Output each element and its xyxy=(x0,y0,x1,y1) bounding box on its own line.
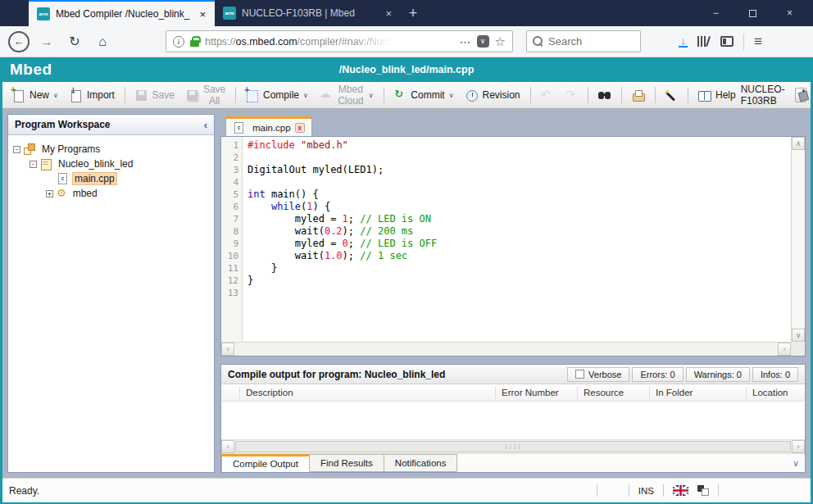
scroll-left-icon[interactable]: ‹ xyxy=(221,343,234,356)
editor-vertical-scrollbar[interactable]: ∧ ∨ xyxy=(791,137,805,342)
commit-icon xyxy=(393,89,406,102)
collapse-node-icon[interactable]: - xyxy=(13,146,20,153)
code-token: // 1 sec xyxy=(360,250,407,261)
save-all-button[interactable]: Save All xyxy=(181,81,230,109)
line-number: 1 xyxy=(221,139,238,152)
output-controls: Verbose Errors: 0Warnings: 0Infos: 0 xyxy=(567,367,798,382)
verbose-toggle[interactable]: Verbose xyxy=(567,367,629,382)
save-button[interactable]: Save xyxy=(130,87,179,104)
close-tab-icon[interactable]: x xyxy=(295,123,305,133)
board-icon[interactable] xyxy=(795,88,806,102)
platform-selector[interactable]: NUCLEO-F103RB xyxy=(741,84,806,107)
editor-tab-main-cpp[interactable]: main.cpp x xyxy=(225,116,312,136)
line-number: 8 xyxy=(221,225,238,238)
new-tab-button[interactable]: + xyxy=(401,0,425,26)
back-button[interactable]: ← xyxy=(7,30,31,54)
revision-button[interactable]: Revision xyxy=(461,87,525,104)
page-info-icon[interactable]: i xyxy=(173,36,184,48)
print-button[interactable] xyxy=(627,87,650,104)
scroll-right-icon[interactable]: › xyxy=(792,440,805,453)
main-area: Program Workspace ‹ -My Programs-Nucleo_… xyxy=(2,109,811,478)
column-header-error-number: Error Number xyxy=(495,387,577,399)
minimize-icon[interactable]: − xyxy=(697,0,734,26)
bookmark-star-icon[interactable]: ☆ xyxy=(495,34,506,49)
warnings-counter[interactable]: Warnings: 0 xyxy=(686,367,750,382)
tab-notifications[interactable]: Notifications xyxy=(384,454,458,472)
import-button[interactable]: Import xyxy=(65,87,120,104)
scroll-right-icon[interactable]: › xyxy=(778,343,791,356)
browser-tab-title: Mbed Compiler /Nucleo_blink_ xyxy=(56,8,191,20)
page-actions-icon[interactable]: ⋯ xyxy=(460,35,471,48)
panel-overflow-chevron-icon[interactable]: ∨ xyxy=(793,458,799,469)
infos-counter[interactable]: Infos: 0 xyxy=(752,367,798,382)
line-number: 9 xyxy=(221,238,238,250)
scroll-left-icon[interactable]: ‹ xyxy=(221,440,234,453)
help-button[interactable]: Help xyxy=(693,87,741,104)
editor-horizontal-scrollbar[interactable]: ‹ › xyxy=(221,342,791,356)
search-box[interactable] xyxy=(526,30,641,52)
tree-item-label: Nucleo_blink_led xyxy=(56,157,135,170)
code-area[interactable]: 12345678910111213 #include "mbed.h" Digi… xyxy=(221,137,791,342)
collapse-panel-icon[interactable]: ‹ xyxy=(204,119,207,131)
output-horizontal-scrollbar[interactable]: ‹ › xyxy=(221,439,805,453)
redo-button[interactable] xyxy=(560,87,583,104)
tree-item-nucleo-blink-led[interactable]: -Nucleo_blink_led xyxy=(8,157,214,171)
tab-compile-output[interactable]: Compile Output xyxy=(221,454,310,472)
code-line: myled = 0; // LED is OFF xyxy=(248,238,791,250)
undo-icon xyxy=(540,89,553,102)
pocket-icon[interactable]: ∨ xyxy=(477,35,489,48)
menu-icon[interactable]: ≡ xyxy=(754,34,762,50)
tree-item-mbed[interactable]: +⚙mbed xyxy=(8,186,214,201)
undo-button[interactable] xyxy=(535,87,558,104)
reload-button[interactable]: ↻ xyxy=(62,30,87,54)
tree-item-label: My Programs xyxy=(39,143,102,156)
tab-find-results[interactable]: Find Results xyxy=(310,454,384,472)
editor-output-splitter[interactable] xyxy=(220,356,806,364)
maximize-icon[interactable] xyxy=(734,0,771,26)
tree-item-my-programs[interactable]: -My Programs xyxy=(8,142,214,157)
errors-counter[interactable]: Errors: 0 xyxy=(632,367,683,382)
sidebar-toggle-icon[interactable] xyxy=(720,36,734,47)
scroll-down-icon[interactable]: ∨ xyxy=(792,329,805,342)
toolbar-button-label: Compile xyxy=(263,89,299,101)
output-tabs: Compile OutputFind ResultsNotifications∨ xyxy=(221,453,805,472)
saveall-icon xyxy=(186,89,199,102)
code-text[interactable]: #include "mbed.h" DigitalOut myled(LED1)… xyxy=(243,137,791,342)
code-line: } xyxy=(248,262,791,275)
revision-icon xyxy=(466,89,479,102)
scroll-up-icon[interactable]: ∧ xyxy=(792,137,805,150)
expand-node-icon[interactable]: + xyxy=(46,190,53,198)
browser-tab-active[interactable]: arm Mbed Compiler /Nucleo_blink_ × xyxy=(29,0,215,26)
browser-tab-inactive[interactable]: arm NUCLEO-F103RB | Mbed × xyxy=(215,0,401,26)
verbose-checkbox[interactable] xyxy=(575,370,584,379)
compile-output-header: Compile output for program: Nucleo_blink… xyxy=(221,365,805,384)
layout-toggle-icon[interactable] xyxy=(697,485,709,496)
forward-button[interactable]: → xyxy=(34,30,59,54)
commit-button[interactable]: Commit∨ xyxy=(388,87,458,104)
line-number: 12 xyxy=(221,275,238,287)
line-number: 6 xyxy=(221,201,238,213)
close-icon[interactable]: × xyxy=(771,0,808,26)
collapse-node-icon[interactable]: - xyxy=(30,161,37,168)
find-button[interactable] xyxy=(593,87,616,104)
wand-button[interactable] xyxy=(660,87,683,104)
back-icon: ← xyxy=(8,31,30,52)
browser-navbar: ← → ↻ ⌂ i https:// os.mbed.com /compiler… xyxy=(0,26,813,57)
chevron-down-icon: ∨ xyxy=(303,92,308,99)
library-icon[interactable] xyxy=(697,36,711,48)
downloads-icon[interactable]: ↓ xyxy=(679,36,688,48)
code-token: wait( xyxy=(248,225,325,237)
home-button[interactable]: ⌂ xyxy=(90,30,115,54)
toolbar-button-label: Import xyxy=(87,89,115,101)
tab-close-icon[interactable]: × xyxy=(197,8,208,20)
tree-item-main-cpp[interactable]: main.cpp xyxy=(8,171,214,186)
scrollbar-thumb[interactable] xyxy=(235,441,791,452)
tab-close-icon[interactable]: × xyxy=(383,7,394,20)
search-input[interactable] xyxy=(548,35,634,48)
compile-button[interactable]: Compile∨ xyxy=(241,87,313,104)
new-button[interactable]: New∨ xyxy=(7,87,63,104)
code-token: // 200 ms xyxy=(360,225,413,237)
https-lock-icon[interactable] xyxy=(190,36,199,47)
url-bar[interactable]: i https:// os.mbed.com /compiler/#nav:/N… xyxy=(166,30,513,52)
mbed-cloud-button[interactable]: Mbed Cloud∨ xyxy=(315,81,379,109)
